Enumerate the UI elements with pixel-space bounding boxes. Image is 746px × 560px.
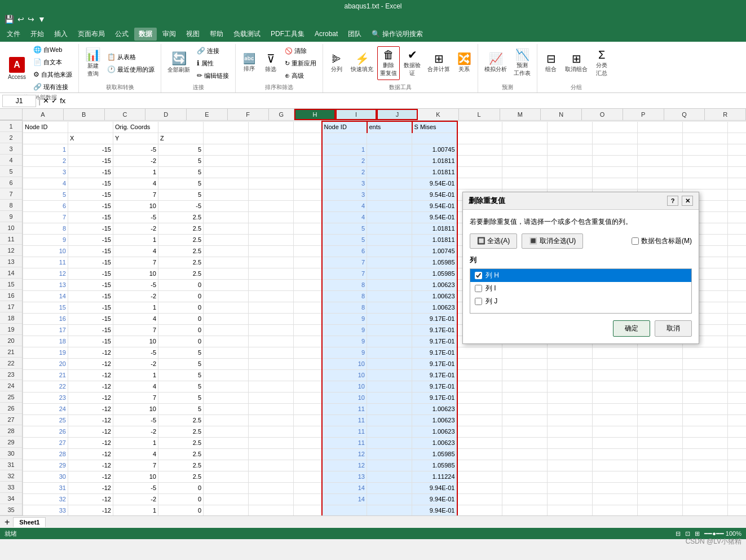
dialog-top-buttons: 🔲 全选(A) 🔳 取消全选(U) 数据包含标题(M)	[470, 233, 692, 249]
has-header-label: 数据包含标题(M)	[641, 236, 692, 246]
cancel-label: 取消	[666, 324, 680, 332]
has-header-checkbox-label[interactable]: 数据包含标题(M)	[632, 236, 692, 246]
dialog-body: 若要删除重复值，请选择一个或多个包含重复值的列。 🔲 全选(A) 🔳 取消全选(…	[463, 210, 699, 343]
column-j-label: 列 J	[485, 297, 497, 306]
columns-section-label: 列	[470, 255, 692, 265]
watermark: CSDN @LV小猪精	[686, 537, 741, 539]
dialog-help-button[interactable]: ?	[667, 196, 678, 206]
cancel-button[interactable]: 取消	[655, 320, 692, 337]
select-all-label: 🔲 全选(A)	[477, 236, 510, 246]
dialog-close-button[interactable]: ✕	[682, 196, 693, 206]
column-h-label: 列 H	[485, 271, 499, 280]
column-j-checkbox[interactable]	[475, 298, 482, 305]
deselect-all-label: 🔳 取消全选(U)	[529, 236, 576, 246]
column-h-item[interactable]: 列 H	[470, 269, 691, 282]
dialog-title-actions: ? ✕	[667, 196, 693, 206]
deselect-all-button[interactable]: 🔳 取消全选(U)	[522, 233, 583, 249]
confirm-button[interactable]: 确定	[613, 320, 650, 337]
remove-duplicates-dialog: 删除重复值 ? ✕ 若要删除重复值，请选择一个或多个包含重复值的列。 🔲 全选(…	[462, 192, 699, 344]
dialog-description: 若要删除重复值，请选择一个或多个包含重复值的列。	[470, 217, 692, 227]
dialog-title-bar: 删除重复值 ? ✕	[463, 192, 699, 210]
select-all-button[interactable]: 🔲 全选(A)	[470, 233, 517, 249]
dialog-title: 删除重复值	[469, 196, 505, 206]
column-i-checkbox[interactable]	[475, 285, 482, 292]
dialog-bottom-buttons: 确定 取消	[470, 320, 692, 337]
column-j-item[interactable]: 列 J	[470, 295, 691, 308]
has-header-checkbox[interactable]	[632, 237, 639, 245]
column-h-checkbox[interactable]	[475, 272, 482, 279]
confirm-label: 确定	[625, 324, 638, 332]
column-i-label: 列 I	[485, 284, 496, 293]
watermark-text: CSDN @LV小猪精	[686, 537, 741, 539]
dialog-overlay: 删除重复值 ? ✕ 若要删除重复值，请选择一个或多个包含重复值的列。 🔲 全选(…	[0, 0, 746, 539]
column-i-item[interactable]: 列 I	[470, 282, 691, 295]
columns-list: 列 H 列 I 列 J	[470, 268, 692, 314]
